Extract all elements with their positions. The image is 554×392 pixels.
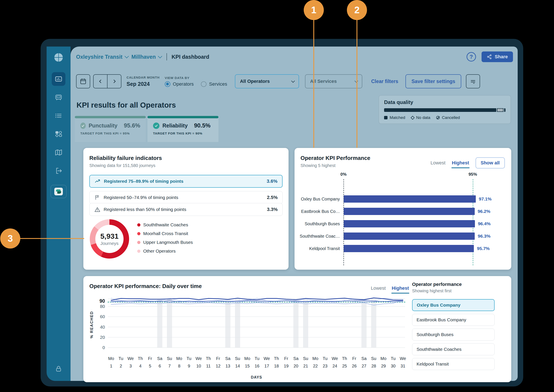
data-quality-title: Data quality bbox=[384, 99, 505, 105]
donut-legend: Souththwaite Coaches Moorhall Cross Tran… bbox=[137, 222, 193, 254]
operator-list-item[interactable]: Southburgh Buses bbox=[412, 329, 495, 341]
data-quality-legend: Matched No data Cancelled bbox=[384, 115, 505, 120]
shapes-icon bbox=[54, 130, 63, 138]
save-filter-settings-button[interactable]: Save filter settings bbox=[405, 74, 461, 88]
calendar-button[interactable] bbox=[76, 74, 90, 88]
bar-value-label: 96.2% bbox=[478, 208, 490, 215]
failure-row-label: Registered less than 50% of timing point… bbox=[104, 207, 186, 212]
no-data-swatch-icon bbox=[410, 116, 414, 119]
svg-text:29: 29 bbox=[381, 364, 386, 368]
breadcrumb-area[interactable]: Millhaven bbox=[131, 54, 156, 60]
bar-chart-icon bbox=[54, 75, 63, 83]
operator-list-item[interactable]: Oxley Bus Company bbox=[412, 299, 495, 311]
svg-text:60: 60 bbox=[100, 314, 105, 319]
trend-up-icon bbox=[94, 178, 101, 184]
chevron-right-icon bbox=[112, 79, 117, 84]
svg-text:Mo: Mo bbox=[312, 356, 318, 361]
lowest-toggle[interactable]: Lowest bbox=[371, 286, 386, 291]
sidebar-item-map[interactable] bbox=[52, 146, 65, 159]
highest-toggle[interactable]: Highest bbox=[392, 286, 409, 291]
next-month-button[interactable] bbox=[108, 75, 121, 88]
operators-select[interactable]: All Operators bbox=[235, 74, 299, 88]
svg-text:Sa: Sa bbox=[293, 356, 299, 361]
svg-text:13: 13 bbox=[225, 364, 230, 368]
failure-row-50-74[interactable]: Registered 50–74.9% of timing points 2.5… bbox=[89, 191, 283, 204]
month-nav bbox=[93, 74, 121, 88]
tab-punctuality-label: Punctuality bbox=[89, 123, 118, 129]
page-title: KPI dashboard bbox=[172, 54, 209, 60]
tab-reliability[interactable]: Reliability 90.5% TARGET FOR THIS KPI = … bbox=[147, 116, 218, 142]
callout-2: 2 bbox=[347, 0, 367, 20]
radio-selected-icon bbox=[165, 81, 170, 87]
svg-text:17: 17 bbox=[264, 364, 269, 368]
cancelled-swatch-icon bbox=[436, 116, 440, 119]
radio-services[interactable]: Services bbox=[201, 81, 227, 87]
operator-list-subtitle: Showing highest first bbox=[412, 288, 497, 293]
legend-dot bbox=[137, 241, 140, 244]
failure-row-value: 3.6% bbox=[267, 178, 277, 184]
legend-dot bbox=[137, 250, 140, 253]
sidebar-item-vehicles[interactable] bbox=[52, 91, 65, 104]
svg-text:Th: Th bbox=[342, 356, 347, 361]
performance-card-title: Operator KPI Performance bbox=[301, 155, 370, 161]
sidebar-item-list[interactable] bbox=[52, 109, 65, 123]
svg-text:Su: Su bbox=[167, 356, 172, 361]
svg-text:We: We bbox=[127, 356, 134, 361]
list-icon bbox=[54, 112, 63, 120]
bar-row: Keldpool Transit95.7% bbox=[295, 245, 511, 252]
bar-value-label: 96.3% bbox=[478, 232, 490, 240]
svg-text:Mo: Mo bbox=[176, 356, 182, 361]
operator-performance-list: Operator performance Showing highest fir… bbox=[412, 282, 497, 370]
bar-row: Souththwaite Coac…96.3% bbox=[295, 232, 511, 240]
calendar-month-label: CALENDAR MONTH bbox=[127, 76, 160, 79]
failure-row-value: 3.3% bbox=[267, 207, 278, 212]
clear-filters-link[interactable]: Clear filters bbox=[371, 79, 398, 84]
daily-card-title: Operator KPI performance: Daily over tim… bbox=[89, 283, 202, 289]
svg-text:Sa: Sa bbox=[361, 356, 367, 361]
filter-bar: CALENDAR MONTH Sep 2024 VIEW DATA BY Ope… bbox=[76, 73, 513, 90]
daily-line-chart-svg: 02040608090Mo1Tu2We3Th4Fr5Sa6Su7Mo8Tu9We… bbox=[89, 297, 409, 381]
svg-text:We: We bbox=[264, 356, 270, 361]
operator-list-item[interactable]: Eastbrook Bus Company bbox=[412, 314, 495, 326]
svg-text:20: 20 bbox=[294, 364, 298, 368]
operator-list-item[interactable]: Souththwaite Coaches bbox=[412, 343, 495, 355]
svg-text:2: 2 bbox=[120, 364, 122, 368]
filter-settings-button[interactable] bbox=[466, 74, 480, 88]
svg-text:9: 9 bbox=[188, 364, 190, 368]
sidebar-app-badge[interactable] bbox=[51, 185, 66, 198]
tab-punctuality[interactable]: Punctuality 95.6% TARGET FOR THIS KPI = … bbox=[75, 116, 146, 142]
operator-list-item[interactable]: Keldpool Transit bbox=[412, 358, 495, 370]
lowest-toggle[interactable]: Lowest bbox=[431, 160, 446, 166]
matched-swatch-icon bbox=[384, 116, 388, 119]
failure-row-75-89[interactable]: Registered 75–89.9% of timing points 3.6… bbox=[89, 175, 283, 188]
breadcrumb-org[interactable]: Oxleyshire Transit bbox=[76, 54, 122, 60]
bar-value-label: 96.4% bbox=[478, 220, 491, 227]
sidebar-item-signout[interactable] bbox=[52, 164, 65, 178]
svg-text:18: 18 bbox=[274, 364, 279, 368]
highest-toggle[interactable]: Highest bbox=[452, 160, 469, 166]
svg-text:21: 21 bbox=[303, 364, 308, 368]
help-button[interactable]: ? bbox=[467, 52, 476, 62]
failure-row-label: Registered 50–74.9% of timing points bbox=[104, 195, 178, 200]
share-icon bbox=[487, 54, 492, 60]
failure-row-label: Registered 75–89.9% of timing points bbox=[104, 179, 183, 184]
sliders-icon bbox=[470, 78, 476, 85]
bar-row: Oxley Bus Company97.1% bbox=[295, 195, 511, 203]
show-all-button[interactable]: Show all bbox=[475, 157, 505, 168]
failure-row-less-50[interactable]: Registered less than 50% of timing point… bbox=[89, 203, 283, 216]
prev-month-button[interactable] bbox=[94, 75, 107, 88]
bar-fill bbox=[344, 245, 474, 252]
radio-operators[interactable]: Operators bbox=[165, 81, 194, 87]
share-button[interactable]: Share bbox=[482, 51, 513, 62]
bar-row: Eastbrook Bus Co…96.2% bbox=[295, 208, 511, 215]
legend-cancelled: Cancelled bbox=[442, 115, 460, 120]
svg-text:Fr: Fr bbox=[148, 356, 152, 361]
svg-text:26: 26 bbox=[352, 364, 357, 368]
sidebar-item-widgets[interactable] bbox=[52, 127, 65, 141]
partner-app-icon bbox=[54, 188, 63, 195]
view-data-by-label: VIEW DATA BY bbox=[165, 76, 227, 80]
svg-text:Su: Su bbox=[371, 356, 376, 361]
svg-text:Fr: Fr bbox=[352, 356, 356, 361]
donut-center-value: 5,931 bbox=[100, 232, 118, 240]
sidebar-item-analytics[interactable] bbox=[52, 72, 65, 86]
